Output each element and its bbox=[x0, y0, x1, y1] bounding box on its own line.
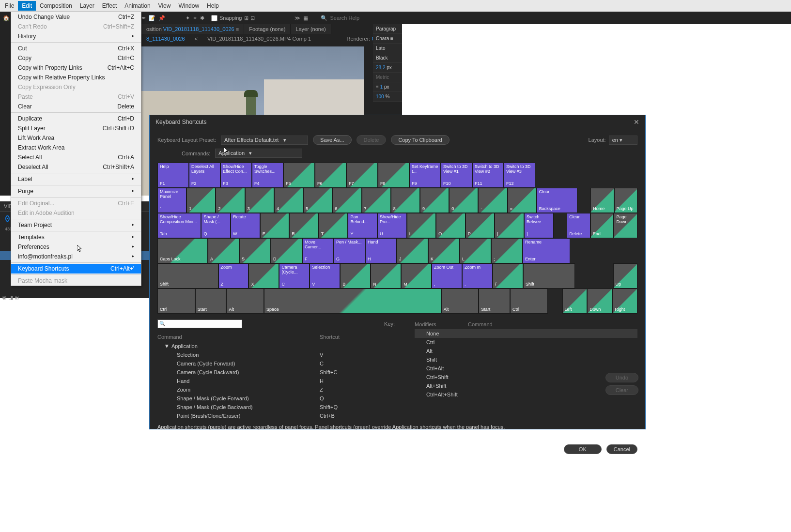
key-p[interactable]: P bbox=[465, 213, 495, 238]
menu-item[interactable]: Extract Work Area bbox=[11, 143, 141, 152]
key-z[interactable]: ZoomZ bbox=[218, 263, 249, 289]
key--[interactable]: - bbox=[478, 188, 507, 213]
key-j[interactable]: J bbox=[397, 238, 428, 263]
key-[[interactable]: [ bbox=[495, 213, 524, 238]
key-w[interactable]: RotateW bbox=[231, 213, 260, 238]
menu-effect[interactable]: Effect bbox=[98, 1, 121, 11]
key-`[interactable]: Maximize Panel` bbox=[157, 188, 186, 213]
commands-select[interactable]: Application ▾ bbox=[215, 149, 302, 158]
key-f5[interactable]: F5 bbox=[283, 163, 315, 188]
modifier-row[interactable]: Alt+Shift bbox=[415, 381, 637, 390]
menu-item[interactable]: DuplicateCtrl+D bbox=[11, 114, 141, 123]
key-n[interactable]: N bbox=[371, 263, 401, 289]
key-alt[interactable]: Alt bbox=[441, 289, 479, 314]
menu-item[interactable]: Select AllCtrl+A bbox=[11, 152, 141, 162]
modifier-row[interactable]: None bbox=[415, 329, 637, 338]
key-8[interactable]: 8 bbox=[391, 188, 420, 213]
pen-tool-icon[interactable]: ✒ bbox=[141, 15, 146, 21]
key-2[interactable]: 2 bbox=[216, 188, 245, 213]
key-r[interactable]: R bbox=[289, 213, 319, 238]
key-/[interactable]: / bbox=[493, 263, 523, 289]
key-f9[interactable]: Set Keyframe t...F9 bbox=[409, 163, 441, 188]
modifier-row[interactable]: Ctrl+Shift bbox=[415, 373, 637, 381]
key-d[interactable]: D bbox=[271, 238, 302, 263]
menu-item[interactable]: Copy with Property LinksCtrl+Alt+C bbox=[11, 63, 141, 73]
key-down[interactable]: Down bbox=[587, 289, 612, 314]
menu-item[interactable]: CopyCtrl+C bbox=[11, 53, 141, 63]
command-row[interactable]: Camera (Cycle Forward)C bbox=[157, 359, 407, 368]
menu-item[interactable]: info@motionfreaks.pl▸ bbox=[11, 252, 141, 261]
key-start[interactable]: Start bbox=[479, 289, 510, 314]
menu-item[interactable]: Deselect AllCtrl+Shift+A bbox=[11, 162, 141, 172]
save-as-button[interactable]: Save As... bbox=[313, 135, 352, 145]
key-alt[interactable]: Alt bbox=[226, 289, 264, 314]
key-tab[interactable]: Show/Hide Composition Mini...Tab bbox=[157, 213, 201, 238]
key-f3[interactable]: Show/Hide Effect Con...F3 bbox=[220, 163, 252, 188]
menu-item[interactable]: Label▸ bbox=[11, 174, 141, 184]
cancel-button[interactable]: Cancel bbox=[606, 444, 637, 454]
key-y[interactable]: Pan Behind...Y bbox=[348, 213, 377, 238]
type-tool-icon[interactable]: 📝 bbox=[149, 15, 155, 21]
paragraph-tab[interactable]: Paragrap bbox=[373, 24, 402, 34]
command-row[interactable]: SelectionV bbox=[157, 350, 407, 359]
menu-item[interactable]: History▸ bbox=[11, 31, 141, 41]
key-6[interactable]: 6 bbox=[332, 188, 361, 213]
key-[interactable]: Page Down bbox=[614, 213, 637, 238]
key-k[interactable]: K bbox=[428, 238, 460, 263]
key-shift[interactable]: Shift bbox=[157, 263, 218, 289]
key-l[interactable]: L bbox=[460, 238, 491, 263]
menu-view[interactable]: View bbox=[155, 1, 175, 11]
key-f6[interactable]: F6 bbox=[315, 163, 346, 188]
key-c[interactable]: Camera (Cycle...C bbox=[279, 263, 310, 289]
key-x[interactable]: X bbox=[248, 263, 279, 289]
key-;[interactable]: ; bbox=[491, 238, 523, 263]
menu-item[interactable]: Split LayerCtrl+Shift+D bbox=[11, 123, 141, 133]
key-home[interactable]: Home bbox=[590, 188, 614, 213]
key-f10[interactable]: Switch to 3D View #1F10 bbox=[441, 163, 472, 188]
font-family[interactable]: Lato bbox=[373, 44, 402, 53]
menu-window[interactable]: Window bbox=[174, 1, 203, 11]
key-7[interactable]: 7 bbox=[362, 188, 391, 213]
layer-tab[interactable]: Layer (none) bbox=[291, 24, 331, 34]
key-ctrl[interactable]: Ctrl bbox=[510, 289, 548, 314]
command-row[interactable]: Camera (Cycle Backward)Shift+C bbox=[157, 368, 407, 377]
menu-item[interactable]: CutCtrl+X bbox=[11, 44, 141, 53]
key-9[interactable]: 9 bbox=[420, 188, 449, 213]
key-m[interactable]: M bbox=[401, 263, 432, 289]
ok-button[interactable]: OK bbox=[564, 444, 602, 454]
axis-icon[interactable]: ✦ bbox=[186, 15, 190, 21]
key-3[interactable]: 3 bbox=[245, 188, 274, 213]
key-h[interactable]: HandH bbox=[365, 238, 397, 263]
key-b[interactable]: B bbox=[340, 263, 371, 289]
command-row[interactable]: HandH bbox=[157, 377, 407, 385]
menu-item[interactable]: Keyboard ShortcutsCtrl+Alt+' bbox=[11, 264, 141, 274]
key-capslock[interactable]: Caps Lock bbox=[157, 238, 208, 263]
axis-icon-2[interactable]: ✧ bbox=[193, 15, 197, 21]
key-5[interactable]: 5 bbox=[303, 188, 332, 213]
key-=[interactable]: = bbox=[508, 188, 537, 213]
menu-edit[interactable]: Edit bbox=[18, 1, 36, 11]
font-weight[interactable]: Black bbox=[373, 53, 402, 63]
footer-toggles[interactable]: ◉ ◨ ⊞ bbox=[2, 294, 19, 301]
comp-breadcrumb-1[interactable]: 8_111430_0026 bbox=[146, 36, 185, 42]
modifier-row[interactable]: Ctrl bbox=[415, 338, 637, 347]
menu-item[interactable]: Templates▸ bbox=[11, 232, 141, 242]
key-right[interactable]: Right bbox=[612, 289, 637, 314]
menu-file[interactable]: File bbox=[1, 1, 18, 11]
key-f7[interactable]: F7 bbox=[346, 163, 378, 188]
search-help-input[interactable] bbox=[330, 15, 369, 21]
key-f4[interactable]: Toggle Switches...F4 bbox=[252, 163, 283, 188]
menu-item[interactable]: Undo Change ValueCtrl+Z bbox=[11, 12, 141, 22]
key-delete[interactable]: ClearDelete bbox=[567, 213, 590, 238]
key-end[interactable]: End bbox=[590, 213, 614, 238]
close-button[interactable]: ✕ bbox=[634, 118, 639, 126]
modifier-row[interactable]: Alt bbox=[415, 347, 637, 355]
comp-breadcrumb-2[interactable]: VID_20181118_111430_0026.MP4 Comp 1 bbox=[207, 36, 311, 42]
fast-preview-icon[interactable]: ≫ bbox=[295, 15, 300, 21]
snap-icon-1[interactable]: ⊞ bbox=[244, 15, 248, 21]
key-backspace[interactable]: ClearBackspace bbox=[537, 188, 577, 213]
application-group[interactable]: ▶Application bbox=[157, 342, 407, 350]
modifier-row[interactable]: Ctrl+Alt+Shift bbox=[415, 390, 637, 399]
key-f1[interactable]: HelpF1 bbox=[157, 163, 189, 188]
menu-item[interactable]: Copy with Relative Property Links bbox=[11, 73, 141, 82]
